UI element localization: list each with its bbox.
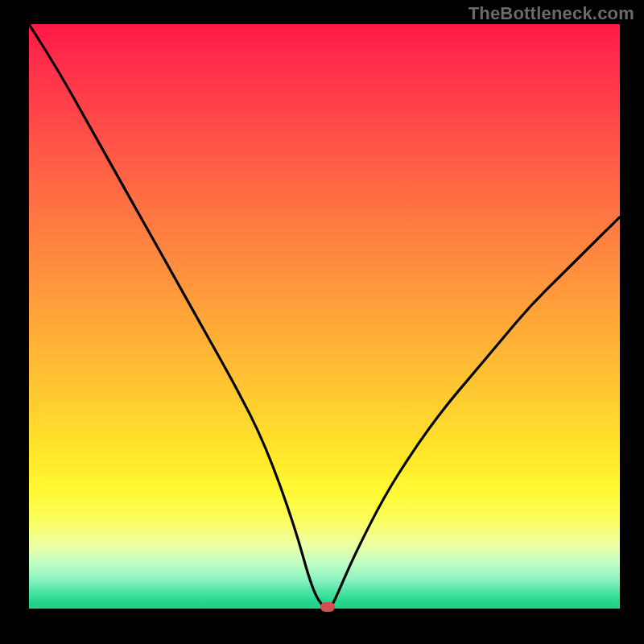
bottleneck-curve <box>29 24 620 609</box>
minimum-marker <box>320 602 335 612</box>
watermark-text: TheBottleneck.com <box>469 3 634 24</box>
chart-frame: TheBottleneck.com <box>0 0 644 644</box>
plot-area <box>29 24 620 609</box>
bottom-black-band <box>0 609 644 644</box>
curve-path <box>29 24 620 609</box>
